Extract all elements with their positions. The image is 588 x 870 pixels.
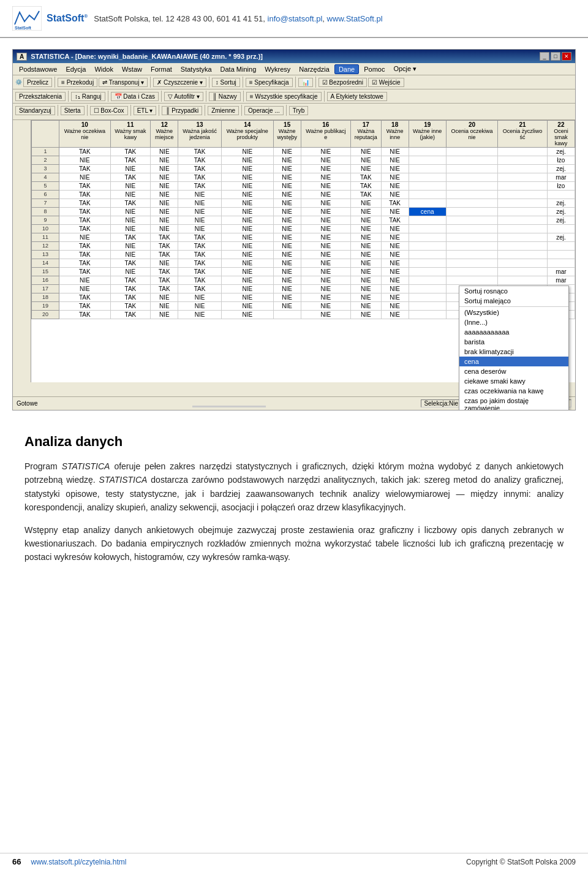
menu-narzedzia[interactable]: Narzędzia — [295, 65, 333, 74]
cell[interactable] — [498, 276, 548, 285]
close-button[interactable]: ✕ — [562, 52, 571, 61]
cell[interactable]: NIE — [301, 208, 350, 216]
toolbar-przypadki[interactable]: ║ Przypadki — [162, 106, 202, 115]
cell[interactable]: NIE — [178, 302, 222, 311]
cell[interactable] — [498, 208, 548, 216]
cell[interactable] — [547, 259, 575, 268]
dropdown-cena[interactable]: cena — [459, 357, 568, 366]
cell[interactable]: mar — [547, 268, 575, 276]
cell[interactable]: TAK — [351, 182, 382, 191]
cell[interactable]: mar — [547, 173, 575, 182]
cell[interactable]: TAK — [59, 302, 111, 311]
toolbar-wszystkie-spec[interactable]: ≡ Wszystkie specyfikacje — [246, 92, 322, 101]
cell[interactable]: TAK — [110, 173, 151, 182]
cell[interactable]: zej. — [547, 233, 575, 242]
cell[interactable]: NIE — [151, 191, 178, 199]
cell[interactable]: TAK — [110, 311, 151, 319]
cell[interactable]: TAK — [59, 251, 111, 259]
cell[interactable]: NIE — [178, 199, 222, 208]
cell[interactable]: NIE — [273, 156, 301, 165]
cell[interactable]: TAK — [110, 199, 151, 208]
cell[interactable] — [409, 199, 446, 208]
cell[interactable]: NIE — [301, 251, 350, 259]
cell[interactable]: NIE — [151, 148, 178, 156]
cell[interactable]: NIE — [273, 225, 301, 233]
cell[interactable]: NIE — [351, 165, 382, 173]
cell[interactable]: NIE — [301, 311, 350, 319]
cell[interactable] — [446, 233, 498, 242]
cell[interactable]: NIE — [221, 216, 273, 225]
cell[interactable]: cena — [409, 208, 446, 216]
cell[interactable] — [409, 259, 446, 268]
cell[interactable]: NIE — [351, 156, 382, 165]
cell[interactable] — [446, 208, 498, 216]
cell[interactable]: NIE — [351, 208, 382, 216]
cell[interactable]: NIE — [381, 259, 409, 268]
cell[interactable]: TAK — [110, 302, 151, 311]
menu-wstaw[interactable]: Wstaw — [118, 65, 146, 74]
cell[interactable] — [409, 293, 446, 302]
cell[interactable] — [547, 242, 575, 251]
cell[interactable]: NIE — [178, 208, 222, 216]
cell[interactable]: NIE — [301, 259, 350, 268]
toolbar-przelicz[interactable]: Przelicz — [23, 78, 52, 87]
cell[interactable]: NIE — [151, 173, 178, 182]
cell[interactable]: NIE — [221, 311, 273, 319]
cell[interactable]: NIE — [351, 225, 382, 233]
cell[interactable]: NIE — [110, 242, 151, 251]
menu-statystyka[interactable]: Statystyka — [177, 65, 216, 74]
cell[interactable]: NIE — [301, 156, 350, 165]
menu-dane[interactable]: Dane — [334, 64, 359, 74]
cell[interactable] — [446, 156, 498, 165]
cell[interactable]: NIE — [273, 173, 301, 182]
cell[interactable] — [446, 259, 498, 268]
dropdown-sort-desc[interactable]: Sortuj malejąco — [459, 296, 568, 306]
cell[interactable]: NIE — [151, 156, 178, 165]
cell[interactable] — [498, 173, 548, 182]
cell[interactable]: NIE — [381, 208, 409, 216]
cell[interactable] — [446, 148, 498, 156]
cell[interactable]: TAK — [110, 259, 151, 268]
cell[interactable] — [409, 251, 446, 259]
cell[interactable]: TAK — [110, 293, 151, 302]
maximize-button[interactable]: □ — [551, 52, 560, 61]
cell[interactable]: TAK — [151, 242, 178, 251]
cell[interactable]: TAK — [59, 182, 111, 191]
cell[interactable] — [446, 182, 498, 191]
menu-datamining[interactable]: Data Mining — [217, 65, 260, 74]
cell[interactable]: TAK — [110, 233, 151, 242]
cell[interactable]: TAK — [381, 199, 409, 208]
toolbar-standaryzuj[interactable]: Standaryzuj — [15, 106, 55, 115]
cell[interactable]: NIE — [381, 156, 409, 165]
cell[interactable] — [409, 233, 446, 242]
cell[interactable] — [446, 191, 498, 199]
cell[interactable]: NIE — [273, 233, 301, 242]
cell[interactable]: NIE — [273, 216, 301, 225]
cell[interactable]: łzo — [547, 156, 575, 165]
cell[interactable] — [498, 199, 548, 208]
cell[interactable] — [498, 259, 548, 268]
cell[interactable]: TAK — [59, 268, 111, 276]
cell[interactable]: NIE — [221, 251, 273, 259]
cell[interactable]: TAK — [59, 225, 111, 233]
cell[interactable]: TAK — [151, 251, 178, 259]
toolbar-przekoduj[interactable]: ≡ Przekoduj — [58, 78, 97, 87]
cell[interactable] — [273, 311, 301, 319]
cell[interactable]: NIE — [221, 173, 273, 182]
cell[interactable]: TAK — [110, 285, 151, 293]
cell[interactable]: NIE — [221, 233, 273, 242]
menu-opcje[interactable]: Opcje ▾ — [390, 64, 420, 74]
cell[interactable]: NIE — [273, 148, 301, 156]
column-filter-dropdown[interactable]: Sortuj rosnąco Sortuj malejąco (Wszystki… — [459, 286, 569, 410]
cell[interactable]: NIE — [381, 173, 409, 182]
header-email-link[interactable]: info@statsoft.pl — [268, 14, 323, 23]
cell[interactable]: TAK — [59, 311, 111, 319]
cell[interactable]: NIE — [221, 156, 273, 165]
cell[interactable]: mar — [547, 276, 575, 285]
cell[interactable]: TAK — [110, 276, 151, 285]
cell[interactable]: NIE — [301, 165, 350, 173]
cell[interactable]: NIE — [273, 302, 301, 311]
cell[interactable]: NIE — [381, 191, 409, 199]
toolbar-wejscie[interactable]: ☑ Wejście — [368, 78, 404, 87]
cell[interactable]: NIE — [381, 242, 409, 251]
